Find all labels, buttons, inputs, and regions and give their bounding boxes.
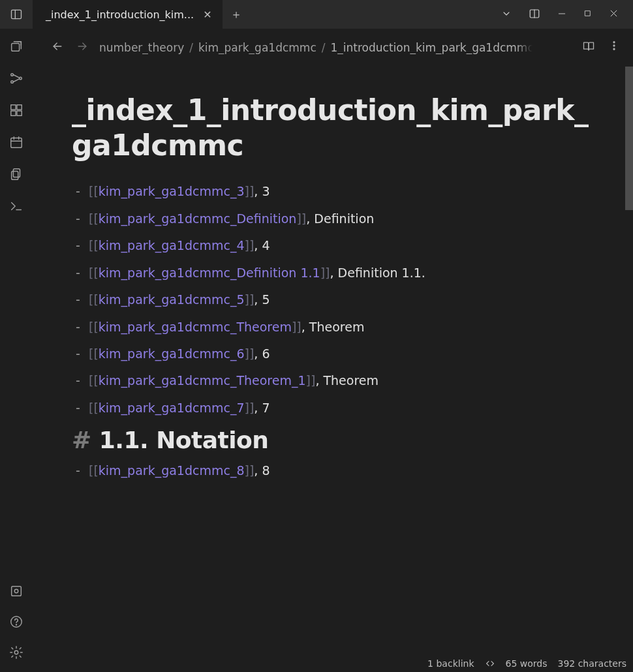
svg-rect-14 (11, 111, 16, 115)
list-suffix: , Theorem (301, 320, 365, 334)
svg-rect-20 (13, 169, 20, 177)
list-suffix: , 4 (254, 238, 270, 252)
svg-point-26 (16, 624, 16, 625)
new-tab-button[interactable]: ＋ (223, 0, 249, 29)
daily-note-icon[interactable] (9, 135, 23, 151)
list-item: [[kim_park_ga1dcmmc_Definition]], Defini… (72, 209, 600, 228)
svg-rect-21 (12, 171, 18, 179)
tab-active[interactable]: _index_1_introduction_kim... ✕ (33, 0, 223, 29)
breadcrumb-sep: / (322, 41, 326, 54)
wiki-link[interactable]: kim_park_ga1dcmmc_Definition (99, 211, 297, 226)
status-bar: 1 backlink 65 words 392 characters (33, 655, 633, 672)
section-heading: #1.1. Notation (72, 427, 600, 453)
more-options-icon[interactable] (608, 40, 620, 55)
breadcrumb-sep: / (189, 41, 193, 54)
list-suffix: , Theorem (315, 373, 378, 388)
list-item: [[kim_park_ga1dcmmc_5]], 5 (72, 290, 600, 309)
window-minimize-button[interactable] (557, 9, 566, 20)
list-item: [[kim_park_ga1dcmmc_Theorem_1]], Theorem (72, 371, 600, 390)
list-suffix: , Definition (306, 211, 374, 226)
svg-point-24 (14, 589, 18, 593)
close-icon[interactable]: ✕ (203, 8, 211, 21)
svg-rect-0 (12, 10, 22, 18)
list-item: [[kim_park_ga1dcmmc_6]], 6 (72, 344, 600, 363)
wiki-link[interactable]: kim_park_ga1dcmmc_3 (99, 184, 245, 198)
canvas-icon[interactable] (9, 103, 23, 119)
list-suffix: , 5 (254, 292, 270, 307)
wiki-link[interactable]: kim_park_ga1dcmmc_7 (99, 401, 245, 415)
wiki-link[interactable]: kim_park_ga1dcmmc_4 (99, 238, 245, 252)
list-item: [[kim_park_ga1dcmmc_3]], 3 (72, 182, 600, 201)
nav-forward-button[interactable] (76, 40, 89, 55)
index-list: [[kim_park_ga1dcmmc_3]], 3[[kim_park_ga1… (72, 182, 600, 418)
list-suffix: , 3 (254, 184, 270, 198)
svg-rect-16 (11, 138, 22, 148)
list-item: [[kim_park_ga1dcmmc_7]], 7 (72, 399, 600, 418)
svg-rect-12 (11, 105, 16, 110)
wiki-link[interactable]: kim_park_ga1dcmmc_Theorem (99, 320, 292, 334)
window-maximize-button[interactable] (583, 9, 592, 20)
list-item: [[kim_park_ga1dcmmc_8]], 8 (72, 461, 600, 480)
chevron-down-icon[interactable] (501, 8, 512, 21)
breadcrumb: number_theory / kim_park_ga1dcmmc / 1_in… (99, 41, 572, 54)
svg-rect-8 (12, 43, 20, 51)
help-icon[interactable] (9, 615, 23, 631)
sidebar-toggle-icon[interactable] (0, 0, 33, 29)
files-icon[interactable] (9, 167, 23, 183)
breadcrumb-item[interactable]: 1_introduction_kim_park_ga1dcmmc (330, 41, 533, 54)
wiki-link[interactable]: kim_park_ga1dcmmc_6 (99, 346, 245, 361)
graph-view-icon[interactable] (9, 71, 23, 87)
status-char-count[interactable]: 392 characters (557, 658, 626, 669)
document-content: _index_1_introduction_kim_park_ga1dcmmc … (33, 67, 633, 655)
split-editor-icon[interactable] (529, 8, 540, 22)
list-item: [[kim_park_ga1dcmmc_4]], 4 (72, 236, 600, 255)
list-suffix: , 6 (254, 346, 270, 361)
svg-rect-13 (17, 105, 22, 110)
svg-point-31 (613, 45, 615, 46)
breadcrumb-item[interactable]: number_theory (99, 41, 184, 54)
list-suffix: , Definition 1.1. (330, 266, 425, 280)
wiki-link[interactable]: kim_park_ga1dcmmc_5 (99, 292, 245, 307)
index-list: [[kim_park_ga1dcmmc_8]], 8 (72, 461, 600, 480)
titlebar-spacer (249, 0, 501, 29)
svg-point-30 (613, 42, 615, 43)
quick-switcher-icon[interactable] (9, 39, 23, 55)
svg-point-27 (14, 650, 18, 654)
svg-rect-5 (585, 11, 591, 16)
activity-bar (0, 29, 33, 672)
editor-pane: number_theory / kim_park_ga1dcmmc / 1_in… (33, 29, 633, 672)
vault-icon[interactable] (9, 584, 23, 600)
wiki-link[interactable]: kim_park_ga1dcmmc_Theorem_1 (99, 373, 306, 388)
list-item: [[kim_park_ga1dcmmc_Theorem]], Theorem (72, 318, 600, 337)
list-suffix: , 7 (254, 401, 270, 415)
status-source-mode-icon[interactable] (485, 658, 495, 669)
list-suffix: , 8 (254, 463, 270, 478)
tab-label: _index_1_introduction_kim... (46, 8, 194, 21)
page-title: _index_1_introduction_kim_park_ga1dcmmc (72, 93, 600, 162)
list-item: [[kim_park_ga1dcmmc_Definition 1.1]], De… (72, 264, 600, 283)
nav-back-button[interactable] (51, 40, 64, 55)
wiki-link[interactable]: kim_park_ga1dcmmc_Definition 1.1 (99, 266, 320, 280)
svg-rect-15 (17, 111, 22, 115)
reading-mode-icon[interactable] (582, 40, 595, 55)
command-prompt-icon[interactable] (9, 199, 23, 215)
gear-icon[interactable] (9, 645, 23, 662)
svg-rect-23 (12, 587, 22, 596)
status-word-count[interactable]: 65 words (506, 658, 548, 669)
status-backlinks[interactable]: 1 backlink (427, 658, 474, 669)
breadcrumb-item[interactable]: kim_park_ga1dcmmc (198, 41, 316, 54)
wiki-link[interactable]: kim_park_ga1dcmmc_8 (99, 463, 245, 478)
svg-point-32 (613, 48, 615, 50)
scrollbar[interactable] (625, 67, 633, 210)
window-close-button[interactable] (609, 8, 619, 20)
